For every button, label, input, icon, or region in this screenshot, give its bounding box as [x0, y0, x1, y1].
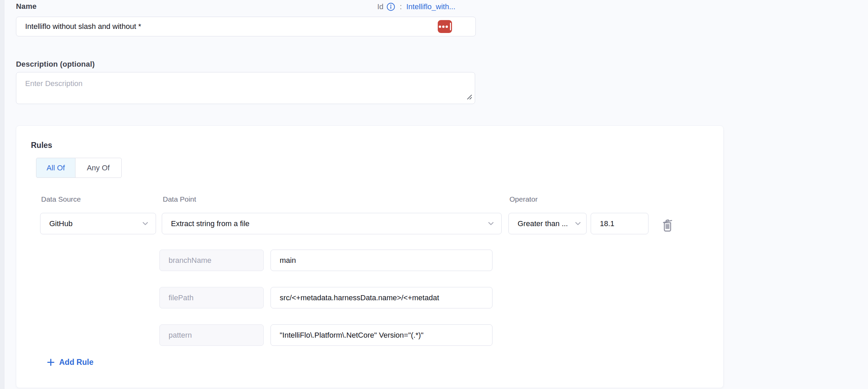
chevron-down-icon [575, 222, 581, 225]
name-input[interactable] [16, 17, 476, 36]
param-value-filepath-input[interactable] [271, 287, 492, 308]
param-key-pattern: pattern [159, 324, 264, 346]
left-panel-edge [0, 0, 4, 389]
data-source-select[interactable]: GitHub [40, 213, 156, 234]
plus-icon [47, 358, 55, 366]
operator-select[interactable]: Greater than ... [508, 213, 587, 234]
add-rule-button[interactable]: Add Rule [47, 358, 93, 367]
rules-card: Rules All Of Any Of Data Source Data Poi… [16, 125, 724, 388]
description-textarea[interactable] [16, 72, 475, 104]
chevron-down-icon [488, 222, 494, 225]
password-manager-icon[interactable] [438, 20, 452, 33]
operator-value: Greater than ... [518, 219, 572, 228]
tab-any-of[interactable]: Any Of [75, 158, 122, 178]
resize-handle-icon[interactable] [466, 94, 473, 102]
operator-column-label: Operator [509, 195, 538, 203]
param-value-branchname-input[interactable] [271, 250, 492, 271]
data-point-value: Extract string from a file [171, 219, 485, 228]
match-type-segmented-control: All Of Any Of [36, 158, 122, 178]
trash-icon [661, 216, 674, 232]
id-link[interactable]: Intelliflo_with... [406, 2, 455, 11]
data-point-select[interactable]: Extract string from a file [162, 213, 502, 234]
rules-title: Rules [31, 141, 52, 150]
delete-rule-button[interactable] [659, 215, 676, 233]
id-separator: : [398, 2, 403, 11]
info-icon[interactable] [386, 2, 395, 11]
param-value-pattern-input[interactable] [271, 324, 492, 346]
id-label: Id [377, 2, 383, 11]
name-label: Name [16, 2, 37, 11]
tab-all-of[interactable]: All Of [36, 158, 75, 178]
param-key-filepath: filePath [159, 287, 264, 308]
rule-editor-screen: Name Id : Intelliflo_with... Description… [0, 0, 868, 389]
data-source-column-label: Data Source [41, 195, 81, 203]
add-rule-label: Add Rule [59, 358, 93, 367]
param-key-branchname: branchName [159, 250, 264, 271]
description-label: Description (optional) [16, 60, 95, 69]
operator-threshold-input[interactable] [591, 213, 648, 234]
chevron-down-icon [142, 222, 148, 225]
data-source-value: GitHub [49, 219, 139, 228]
data-point-column-label: Data Point [163, 195, 196, 203]
id-row: Id : Intelliflo_with... [377, 1, 455, 13]
